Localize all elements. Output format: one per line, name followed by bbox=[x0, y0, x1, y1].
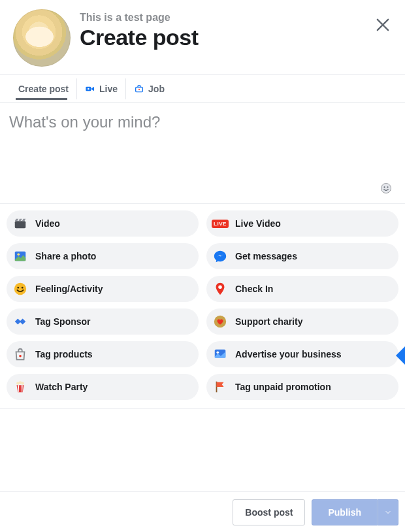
shopping-bag-icon bbox=[13, 347, 27, 361]
svg-point-1 bbox=[88, 88, 89, 90]
option-advertise-business[interactable]: Advertise your business bbox=[206, 341, 398, 367]
tab-create-post-label: Create post bbox=[18, 84, 69, 94]
boost-post-label: Boost post bbox=[245, 507, 293, 518]
charity-heart-icon bbox=[213, 314, 227, 329]
close-button[interactable] bbox=[374, 16, 392, 34]
option-support-charity[interactable]: Support charity bbox=[206, 308, 398, 335]
option-support-charity-label: Support charity bbox=[235, 316, 302, 327]
emoji-row bbox=[8, 181, 397, 201]
option-live-video-label: Live Video bbox=[235, 218, 281, 229]
option-share-photo-label: Share a photo bbox=[35, 251, 96, 261]
svg-point-5 bbox=[383, 186, 385, 188]
option-tag-products-label: Tag products bbox=[35, 349, 93, 359]
publish-menu-button[interactable] bbox=[378, 499, 398, 525]
live-badge-icon: LIVE bbox=[213, 216, 227, 231]
flag-icon bbox=[213, 380, 227, 394]
svg-point-6 bbox=[387, 186, 388, 188]
briefcase-icon bbox=[134, 84, 144, 94]
tab-live-label: Live bbox=[99, 84, 118, 94]
chevron-down-icon bbox=[384, 508, 392, 516]
option-check-in-label: Check In bbox=[235, 284, 273, 294]
option-check-in[interactable]: Check In bbox=[206, 276, 398, 302]
option-watch-party[interactable]: Watch Party bbox=[7, 374, 199, 400]
page-avatar bbox=[13, 9, 71, 67]
live-video-icon bbox=[85, 84, 95, 94]
option-live-video[interactable]: LIVE Live Video bbox=[206, 210, 398, 237]
handshake-icon bbox=[13, 314, 27, 329]
post-text-input[interactable] bbox=[8, 112, 397, 178]
tab-job[interactable]: Job bbox=[126, 78, 172, 99]
messenger-icon bbox=[213, 249, 227, 263]
svg-point-17 bbox=[217, 351, 219, 354]
option-tag-unpaid-promotion-label: Tag unpaid promotion bbox=[235, 382, 331, 392]
page-caption: This is a test page bbox=[80, 12, 397, 24]
post-options-grid: Video LIVE Live Video Share a photo Get … bbox=[7, 210, 398, 400]
svg-point-10 bbox=[14, 283, 26, 295]
option-tag-products[interactable]: Tag products bbox=[7, 341, 199, 367]
svg-point-15 bbox=[19, 355, 22, 357]
option-tag-sponsor[interactable]: Tag Sponsor bbox=[7, 308, 199, 335]
svg-point-3 bbox=[138, 88, 140, 90]
page-title: Create post bbox=[80, 25, 397, 50]
boost-post-button[interactable]: Boost post bbox=[233, 499, 305, 525]
publish-label: Publish bbox=[328, 507, 361, 518]
help-bubble-arrow bbox=[396, 346, 405, 365]
option-watch-party-label: Watch Party bbox=[35, 382, 88, 392]
composer-area bbox=[0, 102, 405, 203]
svg-rect-7 bbox=[15, 221, 26, 228]
popcorn-icon bbox=[13, 380, 27, 394]
option-tag-unpaid-promotion[interactable]: Tag unpaid promotion bbox=[206, 374, 398, 400]
option-advertise-business-label: Advertise your business bbox=[235, 349, 342, 359]
publish-button-group: Publish bbox=[312, 499, 398, 525]
svg-point-4 bbox=[381, 184, 391, 193]
option-share-photo[interactable]: Share a photo bbox=[7, 243, 199, 269]
composer-tabs: Create post Live Job bbox=[0, 75, 405, 102]
option-video-label: Video bbox=[35, 218, 60, 229]
tab-create-post[interactable]: Create post bbox=[7, 78, 77, 99]
feeling-smiley-icon bbox=[13, 282, 27, 296]
section-divider bbox=[0, 408, 405, 408]
emoji-picker-button[interactable] bbox=[379, 181, 393, 195]
svg-point-11 bbox=[17, 287, 19, 289]
option-get-messages[interactable]: Get messages bbox=[206, 243, 398, 269]
smiley-icon bbox=[380, 182, 393, 195]
option-video[interactable]: Video bbox=[7, 210, 199, 237]
publish-button[interactable]: Publish bbox=[312, 499, 378, 525]
close-icon bbox=[374, 16, 392, 34]
header-text: This is a test page Create post bbox=[80, 9, 397, 50]
option-tag-sponsor-label: Tag Sponsor bbox=[35, 316, 91, 327]
option-get-messages-label: Get messages bbox=[235, 251, 297, 261]
svg-point-20 bbox=[21, 382, 24, 384]
location-pin-icon bbox=[213, 282, 227, 296]
svg-point-9 bbox=[17, 253, 20, 256]
advertise-icon bbox=[213, 347, 227, 361]
clapperboard-icon bbox=[13, 216, 27, 231]
photo-icon bbox=[13, 249, 27, 263]
option-feeling-activity-label: Feeling/Activity bbox=[35, 284, 103, 294]
option-feeling-activity[interactable]: Feeling/Activity bbox=[7, 276, 199, 302]
dialog-header: This is a test page Create post bbox=[0, 0, 405, 75]
svg-point-13 bbox=[218, 286, 222, 290]
post-options: Video LIVE Live Video Share a photo Get … bbox=[0, 203, 405, 408]
dialog-footer: Boost post Publish bbox=[0, 491, 405, 532]
tab-live[interactable]: Live bbox=[77, 78, 126, 99]
svg-point-12 bbox=[22, 287, 24, 289]
tab-job-label: Job bbox=[148, 84, 165, 94]
